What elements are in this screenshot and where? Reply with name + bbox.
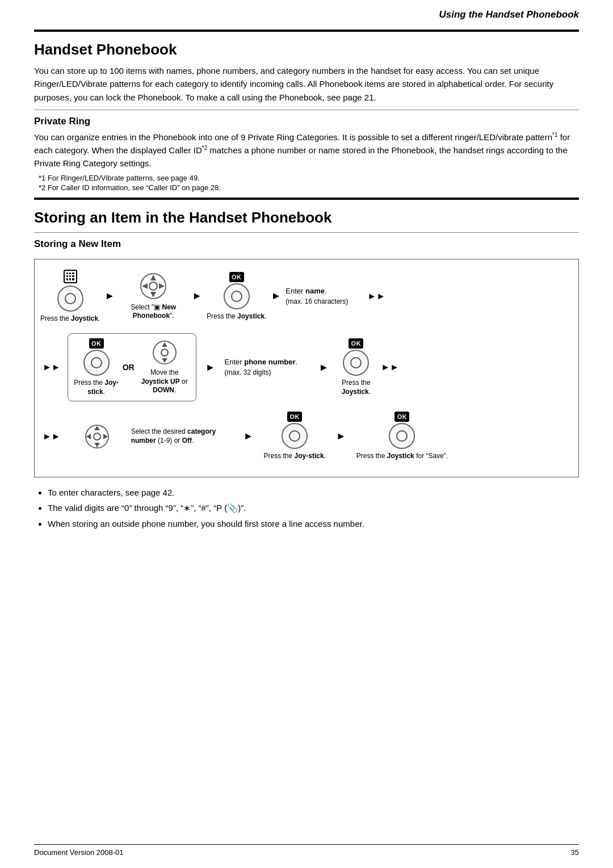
bullet-2: The valid digits are “0” through “9”, “∗… xyxy=(48,502,579,515)
private-ring-title: Private Ring xyxy=(34,116,579,127)
footer-right: 35 xyxy=(571,848,579,857)
ok-circle-save1: OK xyxy=(282,412,308,449)
step2-icon-group: Select "▣ New Phonebook". xyxy=(119,272,187,321)
or-ok-group: OK Press the Joy-stick. xyxy=(74,338,119,396)
double-arrow1: ►► xyxy=(365,291,388,301)
section2-rule-bottom xyxy=(34,232,579,233)
category-caption: Select the desired category number (1-9)… xyxy=(131,427,233,445)
ok-circle-3: OK xyxy=(224,272,250,309)
page: Using the Handset Phonebook Handset Phon… xyxy=(0,0,613,868)
header-title: Using the Handset Phonebook xyxy=(34,0,579,24)
diagram-row1: Press the Joystick. ► Select "▣ New Phon… xyxy=(40,270,573,324)
circle-or xyxy=(83,350,110,376)
circle-inner-or xyxy=(91,357,102,368)
footer: Document Version 2008-01 35 xyxy=(34,844,579,857)
bullet-list: To enter characters, see page 42. The va… xyxy=(48,487,579,531)
ok-badge-or: OK xyxy=(89,338,104,349)
circle-inner-phone xyxy=(350,357,362,368)
joystick-updown-icon xyxy=(152,339,178,366)
svg-marker-1 xyxy=(150,275,156,280)
arrow5: ► xyxy=(314,362,334,374)
section2-rule-top xyxy=(34,198,579,200)
ok-circle-save2: OK xyxy=(389,412,415,449)
ok-badge-save1: OK xyxy=(287,412,302,422)
enter-phone-group: Enter phone number.(max. 32 digits) xyxy=(225,357,310,378)
circle-3 xyxy=(224,283,250,309)
section1-title: Handset Phonebook xyxy=(34,41,579,58)
circle-save1 xyxy=(282,423,308,449)
joystick-inner-1 xyxy=(65,293,76,304)
double-arrow2: ►► xyxy=(40,362,63,372)
ok-badge-phone: OK xyxy=(349,338,363,349)
diagram-box: Press the Joystick. ► Select "▣ New Phon… xyxy=(34,259,579,477)
keyboard-icon xyxy=(64,270,77,283)
private-ring-rule xyxy=(34,110,579,110)
save2-caption: Press the Joystick for “Save”. xyxy=(356,452,448,461)
step3-icon-group: OK Press the Joystick. xyxy=(207,272,266,321)
footer-left: Document Version 2008-01 xyxy=(34,848,124,857)
arrow7: ► xyxy=(331,430,351,442)
double-arrow3: ►► xyxy=(379,362,401,372)
svg-point-5 xyxy=(149,282,157,290)
diagram-row2: ►► OK Press the Joy-stick. OR xyxy=(40,333,573,401)
section1-body: You can store up to 100 items with names… xyxy=(34,64,579,104)
ok-circle-phone: OK xyxy=(343,338,369,376)
svg-marker-3 xyxy=(142,283,148,289)
enter-phone-max: (max. 32 digits) xyxy=(225,368,271,376)
joystick-cross-icon xyxy=(139,272,167,300)
phone-ok-caption: Press the Joystick. xyxy=(333,379,379,396)
double-arrow4: ►► xyxy=(40,431,63,442)
step-save2-group: OK Press the Joystick for “Save”. xyxy=(356,412,448,461)
svg-marker-14 xyxy=(103,434,108,439)
circle-save2 xyxy=(389,423,415,449)
ok-badge-save2: OK xyxy=(394,412,409,422)
footnote2: *2 For Caller ID information, see “Calle… xyxy=(39,183,579,192)
svg-point-9 xyxy=(161,349,168,356)
svg-marker-4 xyxy=(159,283,165,289)
svg-marker-2 xyxy=(150,292,156,297)
step-category-group xyxy=(69,423,125,450)
section2-title: Storing an Item in the Handset Phonebook xyxy=(34,209,579,227)
storing-new-title: Storing a New Item xyxy=(34,238,579,250)
enter-phone-text: Enter phone number.(max. 32 digits) xyxy=(225,357,298,378)
enter-name-max: (max. 16 characters) xyxy=(285,297,348,305)
save1-caption: Press the Joy-stick. xyxy=(264,452,326,461)
ok-circle-or: OK xyxy=(83,338,110,376)
joystick-circle-1 xyxy=(57,286,83,312)
arrow1: ► xyxy=(100,290,119,302)
step-phone-ok-group: OK Press the Joystick. xyxy=(333,338,379,396)
arrow3: ► xyxy=(266,290,285,302)
enter-name-group: Enter name.(max. 16 characters) xyxy=(285,286,365,307)
footnote1: *1 For Ringer/LED/Vibrate patterns, see … xyxy=(39,174,579,182)
arrow4: ► xyxy=(201,362,220,374)
bullet-1: To enter characters, see page 42. xyxy=(48,487,579,500)
ok-badge-3: OK xyxy=(229,272,244,282)
or-sub-box: OK Press the Joy-stick. OR xyxy=(68,333,196,401)
step2-caption: Select "▣ New Phonebook". xyxy=(122,303,184,321)
circle-inner-3 xyxy=(231,291,242,302)
circle-inner-save2 xyxy=(396,430,408,442)
svg-marker-12 xyxy=(94,443,100,447)
circle-phone xyxy=(343,350,369,376)
bullet-3: When storing an outside phone number, yo… xyxy=(48,518,579,531)
step1-caption: Press the Joystick. xyxy=(40,315,100,324)
or-move-group: Move the Joystick UP or DOWN. xyxy=(139,339,190,395)
arrow2: ► xyxy=(187,290,207,302)
svg-marker-11 xyxy=(94,426,100,430)
circle-inner-save1 xyxy=(289,430,300,442)
step-save1-group: OK Press the Joy-stick. xyxy=(264,412,326,461)
or-move-caption: Move the Joystick UP or DOWN. xyxy=(139,368,190,395)
svg-point-15 xyxy=(94,433,100,440)
arrow6: ► xyxy=(239,430,258,442)
or-press-caption: Press the Joy-stick. xyxy=(74,379,119,396)
joystick-cross-icon2 xyxy=(84,423,110,450)
step3-caption: Press the Joystick. xyxy=(207,312,266,321)
private-ring-body: You can organize entries in the Phoneboo… xyxy=(34,131,579,170)
step1-icon-group: Press the Joystick. xyxy=(40,270,100,324)
svg-marker-13 xyxy=(86,434,91,439)
diagram-row3: ►► Select the desired category number (1… xyxy=(40,412,573,461)
header-rule xyxy=(34,30,579,32)
or-label: OR xyxy=(123,363,135,372)
svg-marker-7 xyxy=(162,342,167,347)
svg-marker-8 xyxy=(162,358,167,363)
